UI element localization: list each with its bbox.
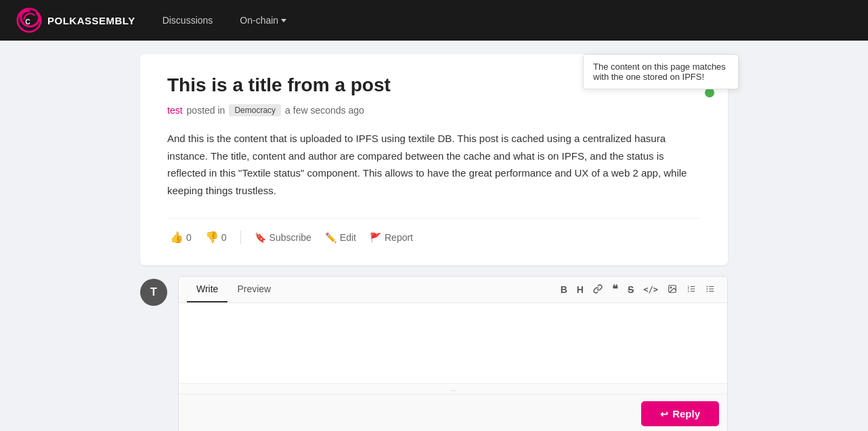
toolbar-link[interactable] — [589, 281, 607, 298]
post-actions: 👍 0 👎 0 🔖 Subscribe ✏️ Edit 🚩 Report — [167, 218, 701, 245]
posted-in-label: posted in — [187, 105, 225, 116]
svg-text:C: C — [25, 18, 30, 26]
comment-editor: Write Preview B H ❝ S </> — [178, 276, 728, 431]
post-author[interactable]: test — [167, 105, 183, 116]
toolbar-bold[interactable]: B — [557, 281, 571, 298]
unordered-list-icon — [706, 284, 715, 294]
logo-text: POLKASSEMBLY — [47, 15, 135, 26]
image-icon — [668, 284, 677, 294]
link-icon — [593, 284, 603, 294]
bookmark-icon: 🔖 — [255, 232, 266, 243]
upvote-button[interactable]: 👍 0 — [167, 229, 194, 245]
nav-onchain[interactable]: On-chain — [240, 15, 286, 26]
svg-text:3.: 3. — [688, 290, 690, 293]
svg-point-14 — [706, 288, 708, 290]
main-nav: Discussions — [162, 14, 213, 26]
post-timestamp: a few seconds ago — [285, 105, 364, 116]
logo-icon: C — [16, 7, 42, 33]
toolbar-heading[interactable]: H — [573, 281, 588, 298]
logo[interactable]: C POLKASSEMBLY — [16, 7, 135, 33]
thumbdown-icon: 👎 — [205, 231, 219, 244]
editor-toolbar: B H ❝ S </> — [557, 281, 719, 298]
action-divider — [240, 231, 241, 244]
page-content: The content on this page matches with th… — [129, 41, 739, 431]
tab-write[interactable]: Write — [187, 277, 227, 302]
thumbup-icon: 👍 — [170, 231, 183, 244]
ipfs-status-dot — [705, 88, 714, 97]
header: C POLKASSEMBLY Discussions On-chain — [0, 0, 868, 41]
avatar: T — [140, 279, 167, 306]
toolbar-unordered-list[interactable] — [701, 281, 719, 298]
toolbar-image[interactable] — [664, 281, 681, 298]
flag-icon: 🚩 — [370, 232, 381, 243]
tab-preview[interactable]: Preview — [227, 277, 280, 302]
svg-point-3 — [670, 287, 672, 288]
subscribe-button[interactable]: 🔖 Subscribe — [252, 231, 314, 244]
reply-arrow-icon: ↩ — [660, 409, 668, 419]
downvote-count: 0 — [221, 232, 227, 243]
resize-handle[interactable]: ... — [179, 383, 727, 394]
toolbar-code[interactable]: </> — [639, 282, 662, 297]
editor-tabs: Write Preview — [187, 277, 280, 302]
toolbar-quote[interactable]: ❝ — [608, 281, 622, 298]
svg-point-15 — [706, 291, 708, 292]
post-meta: test posted in Democracy a few seconds a… — [167, 104, 701, 116]
comment-section: T Write Preview B H ❝ — [140, 276, 728, 431]
ordered-list-icon: 1. 2. 3. — [687, 284, 696, 294]
edit-button[interactable]: ✏️ Edit — [322, 231, 359, 244]
chevron-down-icon — [281, 19, 286, 22]
nav-discussions[interactable]: Discussions — [162, 12, 213, 28]
report-button[interactable]: 🚩 Report — [367, 231, 416, 244]
ipfs-tooltip: The content on this page matches with th… — [583, 54, 739, 89]
toolbar-ordered-list[interactable]: 1. 2. 3. — [682, 281, 700, 298]
svg-point-13 — [706, 286, 708, 288]
post-tag[interactable]: Democracy — [229, 104, 281, 116]
editor-header: Write Preview B H ❝ S </> — [179, 277, 727, 303]
edit-icon: ✏️ — [325, 232, 337, 243]
downvote-button[interactable]: 👎 0 — [202, 229, 230, 245]
comment-textarea[interactable] — [187, 311, 719, 372]
reply-button[interactable]: ↩ Reply — [641, 401, 719, 426]
post-body: And this is the content that is uploaded… — [167, 130, 701, 199]
editor-body — [179, 303, 727, 383]
upvote-count: 0 — [186, 232, 192, 243]
toolbar-strikethrough[interactable]: S — [624, 281, 638, 298]
editor-footer: ↩ Reply — [179, 394, 727, 431]
